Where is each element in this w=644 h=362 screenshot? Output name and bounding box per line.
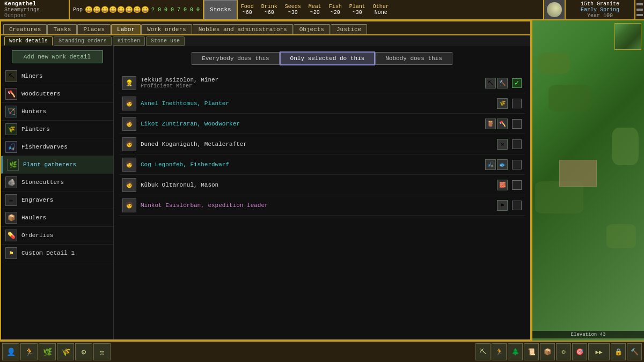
worker-checkbox-likot[interactable] <box>512 119 522 129</box>
checkmark-tekkud: ✓ <box>515 78 519 87</box>
worker-profession-tekkud: Proficient Miner <box>141 83 481 89</box>
sub-tab-stone-use[interactable]: Stone use <box>146 36 185 46</box>
worker-name-tekkud[interactable]: Tekkud Asizolon, Miner <box>141 77 481 83</box>
filter-everybody-button[interactable]: Everybody does this <box>192 52 279 65</box>
map-clearing <box>606 224 636 248</box>
bottom-icon-run[interactable]: 🏃 <box>492 343 507 360</box>
worker-info-kubuk: Kûbuk Oltaronul, Mason <box>141 182 493 188</box>
worker-row-asnel: 🧑 Asnel Inethtomus, Planter 🌾 <box>119 93 525 114</box>
worker-row-minkot: 🧑 Minkot Esislorban, expedition leader ⚑ <box>119 195 525 216</box>
tab-nobles[interactable]: Nobles and administrators <box>193 24 293 34</box>
sidebar-item-fisherdwarves[interactable]: 🎣 Fisherdwarves <box>1 138 113 156</box>
worker-name-likot[interactable]: Likot Zuntiraran, Woodworker <box>141 121 481 127</box>
worker-skill-icons-tekkud: ⛏ 🔨 <box>485 78 508 88</box>
drink-resource: Drink ~60 <box>261 4 277 16</box>
worker-skill-icons-asnel: 🌾 <box>497 98 508 109</box>
minimap-overlay <box>614 23 641 50</box>
bottom-bar: 👤 🏃 🌿 🌾 ⚙ ⚖ ⛏ 🏃 🌲 📜 📦 ⚙ 🎯 ▶▶ 🔒 🔨 <box>0 341 644 362</box>
worker-checkbox-tekkud[interactable]: ✓ <box>512 78 522 88</box>
filter-only-selected-button[interactable]: Only selected do this <box>280 51 376 65</box>
avatar-likot: 🧑 <box>122 117 136 131</box>
worker-name-minkot[interactable]: Minkot Esislorban, expedition leader <box>141 202 493 209</box>
add-work-detail-button[interactable]: Add new work detail <box>12 50 103 63</box>
worker-info-tekkud: Tekkud Asizolon, Miner Proficient Miner <box>141 77 481 89</box>
bottom-icon-pickaxe[interactable]: ⛏ <box>475 343 491 360</box>
game-map-panel: Elevation 43 <box>531 20 644 341</box>
sidebar: Add new work detail ⛏ Miners 🪓 Woodcutte… <box>1 46 114 339</box>
worker-row-likot: 🧑 Likot Zuntiraran, Woodworker 🪵 🪓 <box>119 114 525 134</box>
tab-places[interactable]: Places <box>77 24 111 34</box>
tab-work-orders[interactable]: Work orders <box>141 24 192 34</box>
close-btn[interactable] <box>636 14 643 16</box>
worker-checkbox-duned[interactable] <box>512 139 522 149</box>
sidebar-item-miners[interactable]: ⛏ Miners <box>1 68 113 85</box>
worker-row-duned: 🧑 Duned Koganigath, Metalcrafter ⚒ <box>119 134 525 154</box>
sub-tab-work-details[interactable]: Work details <box>4 36 53 46</box>
skill-icon-tool2: 🪓 <box>497 119 508 129</box>
bottom-icon-lock[interactable]: 🔒 <box>611 343 626 360</box>
sidebar-item-woodcutters[interactable]: 🪓 Woodcutters <box>1 85 113 103</box>
bottom-icon-scroll[interactable]: 📜 <box>524 343 539 360</box>
sidebar-item-engravers[interactable]: ✏ Engravers <box>1 191 113 209</box>
game-map: Elevation 43 <box>532 20 644 341</box>
worker-name-duned[interactable]: Duned Koganigath, Metalcrafter <box>141 141 493 147</box>
custom1-icon: ⚑ <box>5 247 17 259</box>
stocks-button[interactable]: Stocks <box>204 0 238 19</box>
bottom-icon-hammer[interactable]: 🔨 <box>627 343 642 360</box>
sub-tab-kitchen[interactable]: Kitchen <box>113 36 145 46</box>
sidebar-item-plant-gatherers[interactable]: 🌿 Plant gatherers <box>1 156 113 174</box>
stonecutters-icon: 🪨 <box>5 176 17 188</box>
bottom-icon-plant[interactable]: 🌿 <box>39 343 56 360</box>
avatar-tekkud: 👷 <box>122 76 136 90</box>
maximize-btn[interactable] <box>636 9 643 11</box>
sidebar-item-hunters[interactable]: 🏹 Hunters <box>1 103 113 121</box>
avatar-asnel: 🧑 <box>122 97 136 110</box>
content-panel: Everybody does this Only selected do thi… <box>114 46 530 339</box>
tab-justice[interactable]: Justice <box>331 24 367 34</box>
worker-info-likot: Likot Zuntiraran, Woodworker <box>141 121 481 127</box>
bottom-icon-scales[interactable]: ⚖ <box>93 343 111 360</box>
skill-icon-fishing: 🎣 <box>485 159 496 170</box>
bottom-icon-tree[interactable]: 🌲 <box>508 343 523 360</box>
sidebar-item-orderlies[interactable]: 💊 Orderlies <box>1 227 113 245</box>
worker-checkbox-cog[interactable] <box>512 160 522 169</box>
bottom-icon-wheat[interactable]: 🌾 <box>57 343 74 360</box>
worker-checkbox-minkot[interactable] <box>512 201 522 210</box>
worker-row-tekkud: 👷 Tekkud Asizolon, Miner Proficient Mine… <box>119 73 525 93</box>
bottom-icon-cog[interactable]: ⚙ <box>556 343 571 360</box>
tab-tasks[interactable]: Tasks <box>47 24 77 34</box>
bottom-icon-forward[interactable]: ▶▶ <box>588 343 610 360</box>
worker-skill-icons-cog: 🎣 🐟 <box>485 159 508 170</box>
worker-name-cog[interactable]: Cog Legonfeb, Fisherdwarf <box>141 161 481 168</box>
worker-info-duned: Duned Koganigath, Metalcrafter <box>141 141 493 147</box>
ui-controls[interactable] <box>634 0 644 19</box>
worker-skill-icons-duned: ⚒ <box>497 139 508 150</box>
worker-checkbox-kubuk[interactable] <box>512 180 522 190</box>
tab-objects[interactable]: Objects <box>294 24 330 34</box>
sidebar-item-stonecutters[interactable]: 🪨 Stonecutters <box>1 174 113 191</box>
worker-checkbox-asnel[interactable] <box>512 99 522 108</box>
avatar-duned: 🧑 <box>122 137 136 151</box>
bottom-icon-target[interactable]: 🎯 <box>572 343 587 360</box>
worker-name-asnel[interactable]: Asnel Inethtomus, Planter <box>141 100 493 107</box>
bottom-icon-move[interactable]: 🏃 <box>20 343 38 360</box>
resources-section: Food ~60 Drink ~60 Seeds ~30 Meat ~20 Fi… <box>238 0 543 19</box>
filter-nobody-button[interactable]: Nobody does this <box>375 52 452 65</box>
bottom-icon-box[interactable]: 📦 <box>540 343 555 360</box>
bottom-icon-dwarf[interactable]: 👤 <box>2 343 19 360</box>
worker-name-kubuk[interactable]: Kûbuk Oltaronul, Mason <box>141 182 493 188</box>
sub-tabs: Work details Standing orders Kitchen Sto… <box>1 35 185 46</box>
bottom-icon-gear[interactable]: ⚙ <box>75 343 92 360</box>
sidebar-item-planters[interactable]: 🌾 Planters <box>1 121 113 138</box>
tab-creatures[interactable]: Creatures <box>3 24 47 34</box>
sidebar-item-custom1[interactable]: ⚑ Custom Detail 1 <box>1 245 113 262</box>
sub-tab-standing-orders[interactable]: Standing orders <box>54 36 112 46</box>
seeds-resource: Seeds ~30 <box>285 4 301 16</box>
skill-icon-metal: ⚒ <box>497 139 508 150</box>
pop-icon: 😀😀😀😀😀😀😀😀 <box>85 6 149 14</box>
minimize-btn[interactable] <box>636 3 643 5</box>
sidebar-item-haulers[interactable]: 📦 Haulers <box>1 209 113 227</box>
tab-labor[interactable]: Labor <box>111 24 141 34</box>
fort-type: Outpost <box>4 13 64 19</box>
worker-info-asnel: Asnel Inethtomus, Planter <box>141 100 493 107</box>
